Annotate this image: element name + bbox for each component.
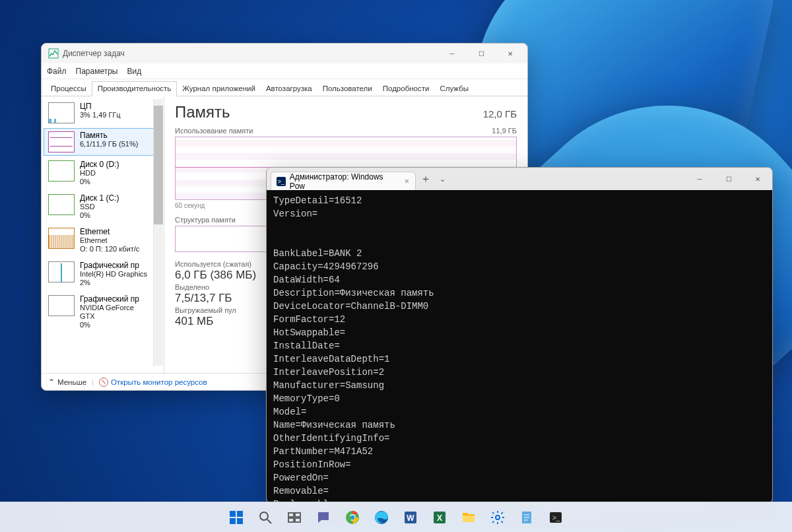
sb-gpu1-name: Графический пр — [80, 295, 139, 304]
svg-point-20 — [496, 515, 500, 519]
tab-app-history[interactable]: Журнал приложений — [177, 82, 261, 96]
terminal-button[interactable]: >_ — [543, 505, 568, 530]
cpu-thumb-icon — [48, 102, 75, 123]
sb-mem-sub: 6,1/11,9 ГБ (51%) — [80, 140, 138, 148]
memory-thumb-icon — [48, 131, 75, 152]
menu-options[interactable]: Параметры — [76, 67, 118, 76]
tab-strip: Процессы Производительность Журнал прило… — [42, 79, 527, 96]
minimize-button[interactable]: ─ — [685, 168, 714, 190]
svg-rect-2 — [237, 511, 243, 517]
fewer-details-label: Меньше — [57, 378, 86, 386]
tab-services[interactable]: Службы — [434, 82, 474, 96]
chevron-up-icon: ⌃ — [48, 378, 55, 387]
svg-rect-7 — [288, 513, 294, 517]
sb-gpu0-sub: Intel(R) HD Graphics 2% — [80, 270, 147, 286]
used-label: Используется (сжатая) — [175, 260, 274, 268]
sb-disk0-sub: HDD 0% — [80, 169, 96, 185]
maximize-button[interactable]: ☐ — [714, 168, 743, 190]
sidebar-item-disk0[interactable]: Диск 0 (D:)HDD 0% — [44, 157, 154, 189]
search-button[interactable] — [253, 505, 278, 530]
sb-disk0-name: Диск 0 (D:) — [80, 160, 119, 169]
paged-value: 401 МБ — [175, 315, 274, 328]
svg-text:>_: >_ — [552, 514, 560, 521]
perf-heading: Память — [175, 103, 230, 121]
tab-dropdown-button[interactable]: ⌄ — [436, 175, 449, 183]
svg-text:X: X — [437, 514, 442, 523]
terminal-output[interactable]: TypeDetail=16512 Version= BankLabel=BANK… — [267, 190, 772, 503]
powershell-icon: >_ — [277, 177, 286, 186]
new-tab-button[interactable]: ＋ — [416, 172, 436, 186]
taskmgr-icon — [48, 48, 59, 59]
chrome-button[interactable] — [340, 505, 365, 530]
notepad-button[interactable] — [514, 505, 539, 530]
word-button[interactable]: W — [398, 505, 423, 530]
svg-line-6 — [267, 519, 271, 523]
minimize-button[interactable]: ─ — [438, 44, 467, 63]
disk1-thumb-icon — [48, 194, 75, 215]
explorer-button[interactable] — [456, 505, 481, 530]
settings-button[interactable] — [485, 505, 510, 530]
memory-structure-bar — [175, 226, 267, 252]
eth-thumb-icon — [48, 228, 75, 249]
sb-gpu1-sub: NVIDIA GeForce GTX 0% — [80, 304, 134, 329]
sb-cpu-sub: 3% 1,49 ГГц — [80, 111, 121, 119]
used-value: 6,0 ГБ (386 МБ) — [175, 269, 274, 282]
menu-view[interactable]: Вид — [127, 67, 141, 76]
start-button[interactable] — [224, 505, 249, 530]
perf-heading-right: 12,0 ГБ — [483, 108, 517, 119]
menu-bar: Файл Параметры Вид — [42, 63, 527, 79]
tab-performance[interactable]: Производительность — [92, 81, 178, 96]
svg-rect-1 — [230, 511, 236, 517]
sb-disk1-name: Диск 1 (C:) — [80, 194, 119, 203]
svg-point-5 — [260, 512, 268, 520]
resource-monitor-label: Открыть монитор ресурсов — [111, 378, 207, 386]
usage-label: Использование памяти — [175, 127, 253, 135]
resource-monitor-icon — [99, 378, 108, 387]
commit-label: Выделено — [175, 283, 274, 291]
svg-text:W: W — [407, 514, 414, 523]
sidebar-scrollbar[interactable] — [153, 99, 163, 366]
commit-value: 7,5/13,7 ГБ — [175, 292, 274, 305]
gpu0-thumb-icon — [48, 261, 75, 283]
sb-cpu-name: ЦП — [80, 102, 92, 111]
sidebar-item-gpu1[interactable]: Графический прNVIDIA GeForce GTX 0% — [44, 292, 154, 333]
sb-mem-name: Память — [80, 131, 108, 140]
tab-close-icon[interactable]: × — [402, 176, 411, 186]
sidebar-item-memory[interactable]: Память6,1/11,9 ГБ (51%) — [44, 128, 154, 156]
excel-button[interactable]: X — [427, 505, 452, 530]
chat-button[interactable] — [311, 505, 336, 530]
task-view-button[interactable] — [282, 505, 307, 530]
svg-rect-4 — [237, 518, 243, 524]
svg-rect-19 — [463, 515, 475, 522]
tab-processes[interactable]: Процессы — [46, 82, 92, 96]
disk0-thumb-icon — [48, 160, 75, 182]
taskbar: W X >_ — [0, 502, 792, 532]
tab-users[interactable]: Пользователи — [317, 82, 378, 96]
terminal-window: >_ Администратор: Windows Pow × ＋ ⌄ ─ ☐ … — [266, 167, 773, 504]
sidebar-item-cpu[interactable]: ЦП3% 1,49 ГГц — [44, 99, 154, 127]
fewer-details-button[interactable]: ⌃ Меньше — [48, 378, 86, 387]
gpu1-thumb-icon — [48, 295, 75, 316]
svg-rect-3 — [230, 518, 236, 524]
sidebar-item-gpu0[interactable]: Графический прIntel(R) HD Graphics 2% — [44, 258, 154, 290]
maximize-button[interactable]: ☐ — [467, 44, 496, 63]
tab-details[interactable]: Подробности — [378, 82, 435, 96]
perf-sidebar: ЦП3% 1,49 ГГц Память6,1/11,9 ГБ (51%) Ди… — [42, 96, 164, 374]
menu-file[interactable]: Файл — [47, 67, 67, 76]
edge-button[interactable] — [369, 505, 394, 530]
close-button[interactable]: ✕ — [743, 168, 772, 190]
svg-rect-9 — [288, 518, 294, 522]
sidebar-item-disk1[interactable]: Диск 1 (C:)SSD 0% — [44, 191, 154, 223]
close-button[interactable]: ✕ — [496, 44, 525, 63]
sb-eth-sub: Ethernet О: 0 П: 120 кбит/с — [80, 236, 139, 253]
terminal-tab[interactable]: >_ Администратор: Windows Pow × — [271, 172, 416, 190]
titlebar[interactable]: Диспетчер задач ─ ☐ ✕ — [42, 44, 527, 63]
svg-rect-10 — [295, 518, 300, 522]
sb-disk1-sub: SSD 0% — [80, 203, 95, 219]
sidebar-item-ethernet[interactable]: EthernetEthernet О: 0 П: 120 кбит/с — [44, 224, 154, 257]
tab-startup[interactable]: Автозагрузка — [261, 82, 317, 96]
usage-right-label: 11,9 ГБ — [492, 127, 517, 135]
sb-eth-name: Ethernet — [80, 228, 110, 236]
sb-gpu0-name: Графический пр — [80, 261, 139, 270]
open-resource-monitor-link[interactable]: Открыть монитор ресурсов — [99, 378, 207, 387]
